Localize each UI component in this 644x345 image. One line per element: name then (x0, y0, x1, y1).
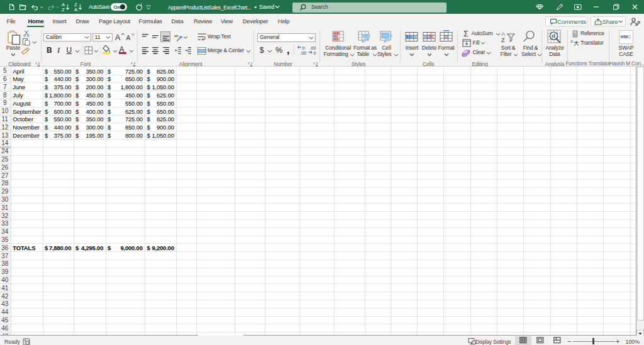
svg-text:.00: .00 (300, 50, 306, 56)
svg-text:Z: Z (62, 7, 65, 13)
svg-text:A: A (126, 35, 131, 41)
svg-text:Z: Z (501, 37, 505, 43)
svg-text:A: A (115, 33, 121, 42)
svg-text:A: A (74, 7, 78, 13)
svg-text:ab: ab (174, 34, 179, 38)
svg-text:A: A (501, 31, 505, 37)
svg-text:0: 0 (314, 50, 316, 56)
svg-text:a: a (570, 39, 573, 43)
